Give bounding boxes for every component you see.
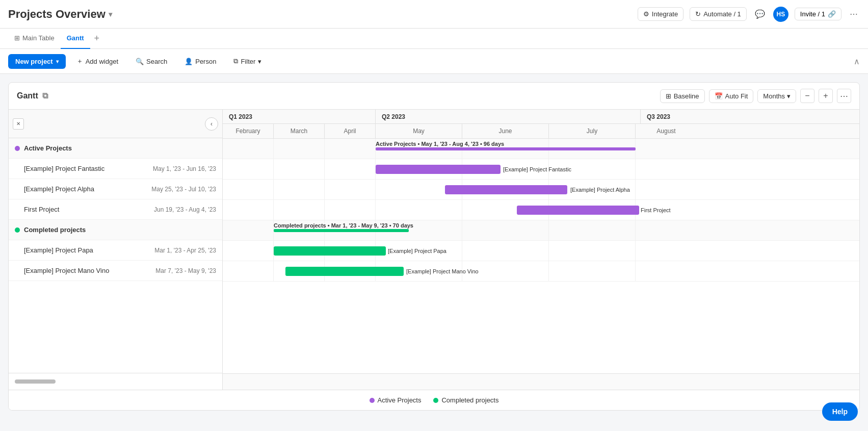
row-first-project: First Project Jun 19, '23 - Aug 4, '23: [9, 199, 222, 220]
legend-active: Active Projects: [370, 396, 422, 404]
group-row-active: Active Projects: [9, 138, 222, 159]
gantt-right-panel: Q1 2023 Q2 2023 Q3 2023 February March A…: [223, 110, 859, 390]
scroll-thumb: [15, 379, 56, 384]
collapse-toolbar-button[interactable]: ∧: [854, 57, 860, 66]
project-fantastic-name: [Example] Project Fantastic: [15, 165, 149, 172]
grid-group-active: Active Projects • May 1, '23 - Aug 4, '2…: [223, 139, 859, 159]
project-mano-vino-dates: Mar 7, '23 - May 9, '23: [155, 267, 216, 274]
bar-first: [517, 206, 639, 215]
zoom-out-button[interactable]: −: [800, 89, 814, 103]
month-feb: February: [223, 124, 274, 138]
row-project-alpha: [Example] Project Alpha May 25, '23 - Ju…: [9, 179, 222, 199]
active-projects-label: Active Projects: [24, 144, 216, 152]
first-project-name: First Project: [15, 206, 150, 213]
first-project-dates: Jun 19, '23 - Aug 4, '23: [154, 206, 216, 213]
month-jul: July: [549, 124, 636, 138]
search-button[interactable]: 🔍 Search: [129, 54, 174, 69]
quarter-q1: Q1 2023: [223, 110, 376, 123]
baseline-button[interactable]: ⊞ Baseline: [660, 89, 705, 103]
bar-mano-vino-label: [Example] Project Mano Vino: [406, 267, 479, 276]
integrate-button[interactable]: ⚙ Integrate: [638, 7, 683, 21]
project-alpha-name: [Example] Project Alpha: [15, 185, 147, 193]
app-title: Projects Overview ▾: [8, 8, 112, 21]
avatar: HS: [773, 7, 788, 22]
gantt-left-header: ✕ ‹: [9, 110, 222, 138]
project-fantastic-dates: May 1, '23 - Jun 16, '23: [153, 165, 216, 172]
bar-papa-label: [Example] Project Papa: [388, 246, 446, 256]
baseline-icon: ⊞: [666, 92, 671, 100]
home-icon: ⊞: [14, 34, 20, 42]
project-papa-dates: Mar 1, '23 - Apr 25, '23: [154, 247, 216, 254]
months-chevron: ▾: [787, 92, 791, 100]
month-jun: June: [462, 124, 549, 138]
bar-alpha-label: [Example] Project Alpha: [570, 185, 630, 194]
project-mano-vino-name: [Example] Project Mano Vino: [15, 267, 151, 274]
bar-fantastic-label: [Example] Project Fantastic: [503, 165, 571, 174]
gantt-filter-icon[interactable]: ⧉: [42, 91, 48, 100]
gantt-body: ✕ ‹ Active Projects [Example] Project Fa…: [9, 110, 859, 390]
grid-row-alpha: [Example] Project Alpha: [223, 180, 859, 200]
gantt-more-button[interactable]: ⋯: [837, 89, 851, 103]
grid-row-papa: [Example] Project Papa: [223, 241, 859, 261]
grid-empty-rows: [223, 282, 859, 373]
chat-icon-button[interactable]: 💬: [753, 7, 767, 21]
legend-completed-dot: [433, 398, 438, 403]
month-mar: March: [274, 124, 325, 138]
active-summary-bar: [376, 147, 636, 150]
filter-button[interactable]: ⧉ Filter ▾: [227, 54, 268, 69]
legend-completed: Completed projects: [433, 396, 498, 404]
months-dropdown[interactable]: Months ▾: [757, 89, 796, 103]
help-button[interactable]: Help: [822, 402, 858, 419]
filter-icon: ⧉: [233, 57, 238, 65]
integrate-icon: ⚙: [643, 10, 649, 18]
month-apr: April: [325, 124, 376, 138]
gantt-scroll-left: [9, 373, 222, 389]
add-widget-icon: ＋: [76, 57, 83, 66]
row-project-mano-vino: [Example] Project Mano Vino Mar 7, '23 -…: [9, 261, 222, 281]
row-project-fantastic: [Example] Project Fantastic May 1, '23 -…: [9, 159, 222, 179]
gantt-scroll-right[interactable]: [223, 373, 859, 390]
gantt-title: Gantt ⧉: [17, 91, 48, 100]
add-tab-button[interactable]: +: [90, 33, 104, 44]
tab-main-table[interactable]: ⊞ Main Table: [8, 29, 61, 49]
zoom-in-button[interactable]: +: [819, 89, 833, 103]
person-button[interactable]: 👤 Person: [178, 54, 223, 69]
more-options-icon[interactable]: ⋯: [848, 7, 860, 21]
calendar-icon: 📅: [715, 92, 723, 100]
gantt-controls: ⊞ Baseline 📅 Auto Fit Months ▾ − +: [660, 89, 851, 103]
new-project-button[interactable]: New project ▾: [8, 54, 66, 69]
main-content: Gantt ⧉ ⊞ Baseline 📅 Auto Fit Months ▾ −: [0, 74, 868, 419]
automate-icon: ↻: [695, 10, 701, 18]
invite-button[interactable]: Invite / 1 🔗: [795, 8, 841, 20]
quarter-q2: Q2 2023: [376, 110, 641, 123]
link-icon: 🔗: [828, 10, 836, 18]
month-row: February March April May June July Augus…: [223, 124, 859, 138]
title-chevron[interactable]: ▾: [109, 10, 112, 18]
gantt-left-panel: ✕ ‹ Active Projects [Example] Project Fa…: [9, 110, 223, 390]
tab-gantt[interactable]: Gantt: [61, 29, 90, 49]
completed-summary-label: Completed projects • Mar 1, '23 - May 9,…: [274, 222, 413, 229]
legend-active-dot: [370, 398, 375, 403]
completed-summary-bar: [274, 229, 409, 232]
close-column-button[interactable]: ✕: [13, 118, 24, 130]
quarter-row: Q1 2023 Q2 2023 Q3 2023: [223, 110, 859, 124]
app-header: Projects Overview ▾ ⚙ Integrate ↻ Automa…: [0, 0, 868, 29]
bar-first-label: First Project: [641, 206, 671, 215]
bar-papa: [274, 246, 386, 256]
gantt-header: Gantt ⧉ ⊞ Baseline 📅 Auto Fit Months ▾ −: [9, 83, 859, 110]
bar-fantastic: [376, 165, 501, 174]
title-text: Projects Overview: [8, 8, 106, 21]
bar-mano-vino: [285, 267, 404, 276]
add-widget-button[interactable]: ＋ Add widget: [70, 53, 125, 69]
automate-button[interactable]: ↻ Automate / 1: [690, 7, 747, 21]
grid-row-first: First Project: [223, 200, 859, 220]
project-papa-name: [Example] Project Papa: [15, 246, 150, 254]
collapse-left-button[interactable]: ‹: [205, 117, 218, 131]
completed-projects-label: Completed projects: [24, 226, 216, 234]
new-project-chevron: ▾: [56, 59, 59, 64]
active-projects-dot: [15, 146, 20, 151]
toolbar-left: New project ▾ ＋ Add widget 🔍 Search 👤 Pe…: [8, 53, 268, 69]
search-icon: 🔍: [136, 58, 144, 65]
auto-fit-button[interactable]: 📅 Auto Fit: [709, 89, 754, 103]
row-project-papa: [Example] Project Papa Mar 1, '23 - Apr …: [9, 240, 222, 261]
